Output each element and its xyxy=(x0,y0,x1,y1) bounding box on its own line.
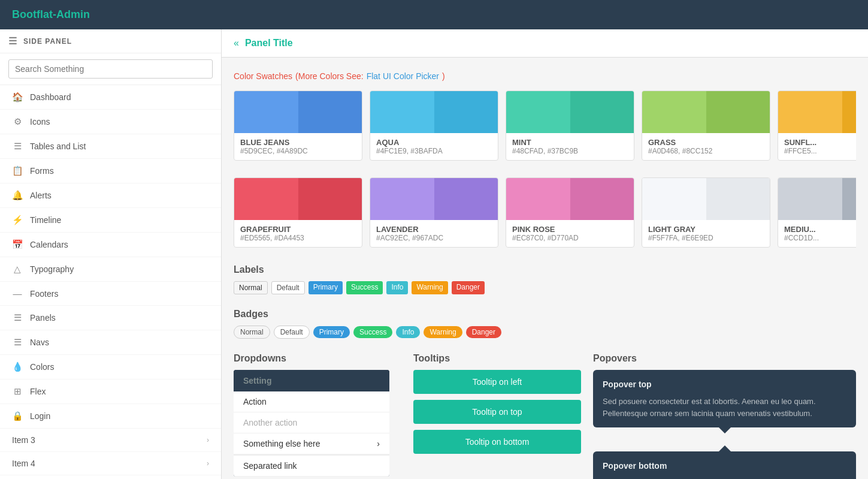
badge-success: Success xyxy=(353,326,392,338)
sidebar: ☰ SIDE PANEL 🏠 Dashboard ⚙ Icons ☰ Table… xyxy=(0,29,222,479)
swatches-row-1: BLUE JEANS #5D9CEC, #4A89DC AQUA #4FC1E9… xyxy=(234,91,856,161)
sidebar-title: SIDE PANEL xyxy=(23,37,72,46)
swatch-aqua: AQUA #4FC1E9, #3BAFDA xyxy=(370,91,498,161)
sidebar-item-colors[interactable]: 💧 Colors xyxy=(0,355,221,379)
dropdown-item-action[interactable]: Action xyxy=(234,391,389,412)
sidebar-item-item3[interactable]: Item 3 › xyxy=(0,429,221,452)
sidebar-menu: 🏠 Dashboard ⚙ Icons ☰ Tables and List 📋 … xyxy=(0,85,221,479)
footers-icon: — xyxy=(12,288,23,299)
sidebar-item-item4[interactable]: Item 4 › xyxy=(0,452,221,475)
label-danger: Danger xyxy=(452,281,485,294)
tooltip-top-button[interactable]: Tooltip on top xyxy=(413,400,581,424)
popovers-col: Popovers Popover top Sed posuere consect… xyxy=(593,353,856,479)
sidebar-item-label: Colors xyxy=(30,362,54,372)
swatch-light-gray: LIGHT GRAY #F5F7FA, #E6E9ED xyxy=(642,177,770,248)
swatch-grapefruit: GRAPEFRUIT #ED5565, #DA4453 xyxy=(234,177,362,248)
labels-title: Labels xyxy=(234,264,856,275)
dropdown-item-another: Another action xyxy=(234,412,389,433)
topbar: Bootflat-Admin xyxy=(0,0,868,29)
sidebar-item-label: Tables and List xyxy=(30,141,86,151)
dropdown-menu: Setting Action Another action Something … xyxy=(234,370,389,477)
swatch-medium-gray: MEDIU... #CCD1D... xyxy=(778,177,856,248)
swatch-grass: GRASS #A0D468, #8CC152 xyxy=(642,91,770,161)
popover-top-body: Sed posuere consectetur est at lobortis.… xyxy=(603,396,846,419)
sidebar-item-panels[interactable]: ☰ Panels xyxy=(0,306,221,330)
sidebar-item-label: Login xyxy=(30,411,50,421)
sidebar-item-footers[interactable]: — Footers xyxy=(0,282,221,306)
timeline-icon: ⚡ xyxy=(12,215,23,225)
sidebar-item-flex[interactable]: ⊞ Flex xyxy=(0,379,221,404)
back-arrow-icon[interactable]: « xyxy=(234,38,239,49)
sidebar-item-dashboard[interactable]: 🏠 Dashboard xyxy=(0,85,221,110)
tooltip-bottom-button[interactable]: Tooltip on bottom xyxy=(413,430,581,454)
tooltip-left-button[interactable]: Tooltip on left xyxy=(413,370,581,394)
lock-icon: 🔒 xyxy=(12,411,23,421)
color-picker-link[interactable]: Flat UI Color Picker xyxy=(367,71,439,81)
popover-top-box: Popover top Sed posuere consectetur est … xyxy=(593,370,856,427)
forms-icon: 📋 xyxy=(12,165,23,176)
sidebar-item-label: Timeline xyxy=(30,215,61,225)
sidebar-item-icons[interactable]: ⚙ Icons xyxy=(0,110,221,134)
panel-title: Panel Title xyxy=(245,38,293,49)
badge-items: Normal Default Primary Success Info Warn… xyxy=(234,326,856,339)
sidebar-item-alerts[interactable]: 🔔 Alerts xyxy=(0,183,221,208)
sidebar-item-label: Icons xyxy=(30,117,50,126)
flex-icon: ⊞ xyxy=(12,386,23,397)
calendar-icon: 📅 xyxy=(12,239,23,250)
sidebar-item-tables[interactable]: ☰ Tables and List xyxy=(0,134,221,159)
dropdowns-title: Dropdowns xyxy=(234,353,401,364)
badge-danger: Danger xyxy=(466,326,501,338)
sidebar-item-login[interactable]: 🔒 Login xyxy=(0,404,221,429)
content-body: Color Swatches (More Colors See: Flat UI… xyxy=(222,58,868,479)
dropdown-item-something[interactable]: Something else here › xyxy=(234,433,389,454)
gear-icon: ⚙ xyxy=(12,116,23,127)
badges-title: Badges xyxy=(234,309,856,320)
tooltips-col: Tooltips Tooltip on left Tooltip on top … xyxy=(413,353,581,479)
hamburger-icon[interactable]: ☰ xyxy=(8,35,17,47)
badge-warning: Warning xyxy=(424,326,462,338)
sidebar-item-label: Calendars xyxy=(30,240,68,249)
label-default: Default xyxy=(271,281,305,294)
sidebar-item-forms[interactable]: 📋 Forms xyxy=(0,159,221,183)
popover-bottom-arrow xyxy=(719,445,731,451)
sidebar-item-label: Panels xyxy=(30,313,56,323)
label-normal: Normal xyxy=(234,281,268,294)
sidebar-item-label: Dashboard xyxy=(30,92,71,102)
sidebar-item-label: Item 4 xyxy=(12,459,35,468)
search-input[interactable] xyxy=(8,59,213,79)
popover-top-title: Popover top xyxy=(603,378,846,391)
badge-normal: Normal xyxy=(234,326,270,339)
content-area: « Panel Title Color Swatches (More Color… xyxy=(222,29,868,479)
sidebar-item-typography[interactable]: △ Typography xyxy=(0,257,221,282)
label-success: Success xyxy=(346,281,383,294)
swatch-blue-jeans: BLUE JEANS #5D9CEC, #4A89DC xyxy=(234,91,362,161)
sidebar-item-label: Navs xyxy=(30,338,49,347)
label-warning: Warning xyxy=(412,281,447,294)
sidebar-item-calendars[interactable]: 📅 Calendars xyxy=(0,233,221,257)
chevron-right-icon: › xyxy=(377,439,380,448)
panels-icon: ☰ xyxy=(12,312,23,323)
sidebar-item-timeline[interactable]: ⚡ Timeline xyxy=(0,208,221,233)
colors-icon: 💧 xyxy=(12,361,23,372)
swatches-section-title: Color Swatches (More Colors See: Flat UI… xyxy=(234,70,856,82)
sidebar-item-label: Footers xyxy=(30,289,58,299)
three-col-section: Dropdowns Setting Action Another action … xyxy=(234,353,856,479)
sidebar-item-label: Flex xyxy=(30,387,46,396)
swatches-row-2: GRAPEFRUIT #ED5565, #DA4453 LAVENDER #AC… xyxy=(234,177,856,248)
home-icon: 🏠 xyxy=(12,92,23,103)
sidebar-search-container xyxy=(0,53,221,85)
navs-icon: ☰ xyxy=(12,337,23,348)
label-info: Info xyxy=(386,281,408,294)
app-title: Bootflat-Admin xyxy=(12,8,90,20)
sidebar-item-navs[interactable]: ☰ Navs xyxy=(0,330,221,355)
panel-header: « Panel Title xyxy=(222,29,868,58)
label-items: Normal Default Primary Success Info Warn… xyxy=(234,281,856,294)
dropdown-setting: Setting xyxy=(234,370,389,391)
chevron-right-icon: › xyxy=(207,436,209,444)
badge-primary: Primary xyxy=(313,326,350,338)
sidebar-item-label: Forms xyxy=(30,166,54,176)
badge-default: Default xyxy=(274,326,310,339)
sidebar-item-label: Alerts xyxy=(30,191,52,200)
bell-icon: 🔔 xyxy=(12,190,23,201)
dropdown-item-separated[interactable]: Separated link xyxy=(234,454,389,477)
